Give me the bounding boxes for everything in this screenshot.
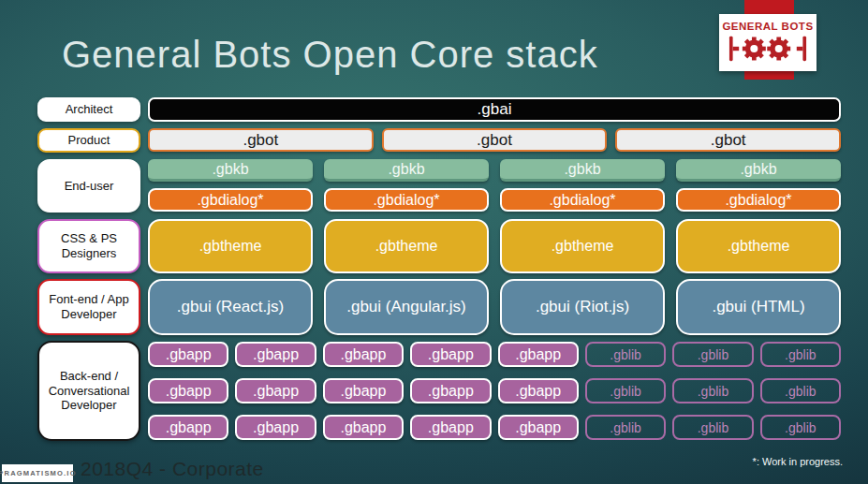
gbapp-box: .gbapp: [148, 415, 228, 440]
gbapp-box: .gbapp: [148, 342, 228, 367]
gbapp-box: .gbapp: [323, 415, 404, 440]
pragmatismo-badge: PRAGMATISMO.IO: [2, 464, 73, 482]
gblib-box: .gblib: [585, 378, 666, 403]
gblib-box: .gblib: [672, 378, 753, 403]
gbapp-box: .gbapp: [410, 378, 491, 403]
gblib-box: .gblib: [760, 342, 841, 367]
gbapp-row: .gbapp .gbapp .gbapp .gbapp .gbapp .gbli…: [148, 342, 841, 367]
gbot-box: .gbot: [382, 128, 608, 152]
role-label-architect: Architect: [37, 97, 140, 122]
page-title: General Bots Open Core stack: [62, 34, 598, 76]
gbapp-row: .gbapp .gbapp .gbapp .gbapp .gbapp .gbli…: [148, 415, 841, 440]
brand-name: GENERAL BOTS: [722, 21, 813, 32]
gbapp-box: .gbapp: [235, 342, 316, 367]
gbdialog-box: .gbdialog*: [148, 188, 313, 212]
gblib-box: .gblib: [760, 415, 841, 440]
gbapp-box: .gbapp: [323, 378, 404, 403]
gbtheme-box: .gbtheme: [676, 219, 841, 273]
gblib-box: .gblib: [585, 415, 666, 440]
gbapp-row: .gbapp .gbapp .gbapp .gbapp .gbapp .gbli…: [148, 378, 841, 403]
gbai-bar: .gbai: [148, 97, 841, 122]
stack-diagram: Architect Product End-user CSS & PS Desi…: [37, 97, 841, 442]
gbapp-box: .gbapp: [498, 378, 579, 403]
footer-caption: 2018Q4 - Corporate: [81, 458, 264, 480]
role-label-backend-developer: Back-end / Conversational Developer: [37, 341, 140, 441]
role-label-product: Product: [37, 128, 140, 153]
slide: { "title": "General Bots Open Core stack…: [0, 0, 868, 484]
gbtheme-box: .gbtheme: [500, 219, 665, 273]
gbui-box: .gbui (Angular.js): [324, 279, 489, 335]
gbdialog-box: .gbdialog*: [676, 188, 841, 212]
gears-icon: [727, 33, 809, 65]
gbai-row: .gbai: [148, 97, 841, 122]
gbdialog-box: .gbdialog*: [500, 188, 665, 212]
gbapp-box: .gbapp: [410, 415, 491, 440]
gbdialog-row: .gbdialog* .gbdialog* .gbdialog* .gbdial…: [148, 188, 841, 212]
gbapp-box: .gbapp: [410, 342, 491, 367]
gbapp-box: .gbapp: [148, 378, 228, 403]
role-label-designers: CSS & PS Designers: [37, 219, 140, 273]
gbapp-box: .gbapp: [323, 342, 404, 367]
gbtheme-row: .gbtheme .gbtheme .gbtheme .gbtheme: [148, 219, 841, 273]
gbot-box: .gbot: [148, 128, 374, 152]
gbapp-box: .gbapp: [498, 342, 579, 367]
gbui-box: .gbui (React.js): [148, 279, 313, 335]
gbkb-box: .gbkb: [500, 159, 665, 182]
work-in-progress-footnote: *: Work in progress.: [753, 456, 843, 467]
gblib-box: .gblib: [672, 415, 753, 440]
role-label-frontend-developer: Font-end / App Developer: [37, 279, 140, 335]
gbkb-row: .gbkb .gbkb .gbkb .gbkb: [148, 159, 841, 182]
role-label-end-user: End-user: [37, 159, 140, 213]
gbui-box: .gbui (Riot.js): [500, 279, 665, 335]
gbkb-box: .gbkb: [324, 159, 489, 182]
gbtheme-box: .gbtheme: [148, 219, 313, 273]
gbapp-box: .gbapp: [235, 378, 316, 403]
brand-logo: GENERAL BOTS: [719, 14, 817, 71]
gbapp-box: .gbapp: [498, 415, 579, 440]
gbot-row: .gbot .gbot .gbot: [148, 128, 841, 152]
gbapp-box: .gbapp: [235, 415, 316, 440]
gbtheme-box: .gbtheme: [324, 219, 489, 273]
gblib-box: .gblib: [760, 378, 841, 403]
gbkb-box: .gbkb: [676, 159, 841, 182]
gbkb-box: .gbkb: [148, 159, 313, 182]
gbot-box: .gbot: [615, 128, 841, 152]
gblib-box: .gblib: [585, 342, 666, 367]
gblib-box: .gblib: [672, 342, 753, 367]
gbui-box: .gbui (HTML): [676, 279, 841, 335]
gbdialog-box: .gbdialog*: [324, 188, 489, 212]
gbui-row: .gbui (React.js) .gbui (Angular.js) .gbu…: [148, 279, 841, 335]
